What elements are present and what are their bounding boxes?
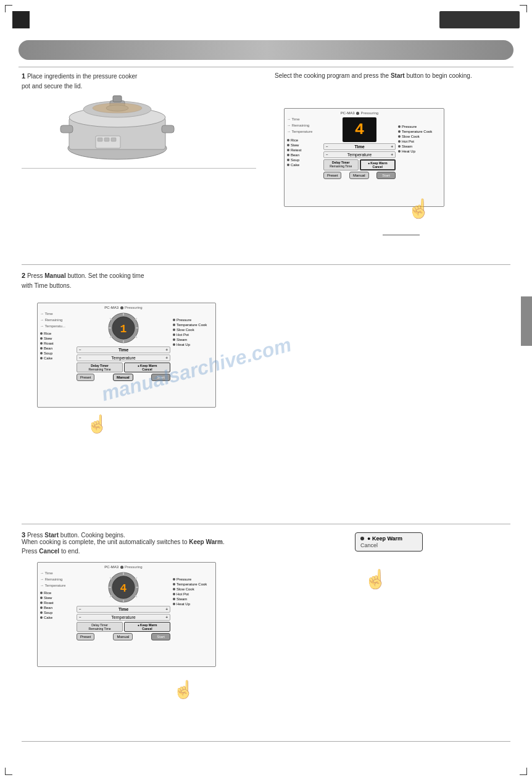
panel-right-labels: Pressure Temperature Cook Slow Cook Hot … xyxy=(398,111,441,204)
svg-rect-5 xyxy=(162,125,174,133)
panel-center-bottom: PC-MA3 Pressuring 4 xyxy=(77,565,170,664)
svg-line-17 xyxy=(135,318,137,320)
cancel-label: Cancel xyxy=(360,542,417,548)
hand-pointer-bottom: ☝ xyxy=(173,679,194,700)
panel-left-labels: → Time → Remaining → Temperature Rice St… xyxy=(287,111,321,204)
keep-warm-btn-2[interactable]: ● Keep Warm Cancel xyxy=(124,363,170,372)
keep-warm-cancel-panel: ● Keep Warm Cancel xyxy=(355,532,423,551)
svg-rect-4 xyxy=(60,125,73,133)
bean-label: Bean xyxy=(287,153,321,157)
delay-timer-btn-2[interactable]: Delay Timer Remaining Time xyxy=(77,363,123,372)
preset-btn-2[interactable]: Preset xyxy=(77,374,94,381)
manual-button[interactable]: Manual xyxy=(349,172,369,179)
section-banner xyxy=(19,40,513,60)
svg-line-21 xyxy=(110,336,112,338)
delay-timer-btn-3[interactable]: Delay Timer Remaining Time xyxy=(77,622,123,632)
pressure-label: Pressure xyxy=(398,125,441,128)
soup-label: Soup xyxy=(287,158,321,162)
step4-description: When cooking is complete, the unit autom… xyxy=(22,537,231,556)
divider-line-bottom xyxy=(22,741,510,742)
start-btn-3[interactable]: Start xyxy=(151,633,170,640)
divider-line-1 xyxy=(19,67,513,67)
step3-heading: 2 Press Manual button. Set the cooking t… xyxy=(22,270,145,290)
svg-point-9 xyxy=(93,103,142,113)
hand-pointer-lower-left: ☝ xyxy=(86,414,108,434)
arrow-to-start xyxy=(383,235,420,235)
keep-warm-title: ● Keep Warm xyxy=(360,535,417,542)
panel-diagram-bottom-left: → Time → Remaining → Temperature Rice St… xyxy=(37,562,216,667)
svg-line-34 xyxy=(110,577,112,579)
keep-warm-btn-3[interactable]: ● Keep Warm Cancel xyxy=(124,622,170,632)
stew-label: Stew xyxy=(287,143,321,147)
svg-rect-13 xyxy=(111,138,116,141)
hand-pointer-keep-warm: ☝ xyxy=(364,568,387,590)
dial-svg: 1 xyxy=(107,312,139,344)
svg-rect-11 xyxy=(98,138,102,141)
delay-keep-row: Delay Timer Remaining Time ● Keep Warm C… xyxy=(323,159,396,170)
hot-pot-label: Hot Pot xyxy=(398,140,441,143)
svg-text:4: 4 xyxy=(120,582,127,595)
cake-label: Cake xyxy=(287,163,321,167)
heat-up-label: Heat Up xyxy=(398,149,441,153)
panel-left-labels-2: → Time → Remaining → Temperatu... Rice S… xyxy=(40,306,74,405)
svg-rect-7 xyxy=(113,96,122,102)
svg-line-23 xyxy=(110,318,112,320)
corner-mark-br xyxy=(520,768,527,775)
svg-line-30 xyxy=(135,595,137,597)
svg-line-28 xyxy=(135,577,137,579)
hand-pointer-top-right: ☝ xyxy=(407,198,430,219)
corner-mark-tl xyxy=(5,5,12,12)
divider-line-3 xyxy=(22,524,510,524)
corner-mark-tr xyxy=(520,5,527,12)
corner-mark-bl xyxy=(5,768,12,775)
svg-rect-12 xyxy=(104,138,109,141)
panel-left-labels-3: → Time → Remaining → Temperature Rice St… xyxy=(40,565,74,664)
keep-warm-btn-panel[interactable]: ● Keep Warm Cancel xyxy=(360,159,396,170)
manual-btn-3[interactable]: Manual xyxy=(113,633,133,640)
time-control-row: −Time+ xyxy=(323,143,396,150)
divider-step1 xyxy=(22,168,256,169)
panel-diagram-lower-left: → Time → Remaining → Temperatu... Rice S… xyxy=(37,303,216,408)
start-button-top[interactable]: Start xyxy=(376,172,396,179)
preset-button[interactable]: Preset xyxy=(323,172,341,179)
dial-svg-bottom: 4 xyxy=(107,571,139,603)
panel-diagram-top-right: → Time → Remaining → Temperature Rice St… xyxy=(284,108,444,207)
slow-cook-label: Slow Cook xyxy=(398,135,441,138)
cooker-illustration-area xyxy=(56,83,179,164)
display-number-top: 4 xyxy=(343,117,376,142)
cooker-svg xyxy=(56,83,179,164)
preset-btn-3[interactable]: Preset xyxy=(77,633,94,640)
manual-btn-2[interactable]: Manual xyxy=(113,374,133,381)
panel-center-display: PC-MA3 Pressuring 4 −Time+ −Temperature+… xyxy=(323,111,396,204)
svg-line-32 xyxy=(110,595,112,597)
dark-bar-decoration xyxy=(439,11,520,28)
panel-right-labels-3: Pressure Temperature Cook Slow Cook Hot … xyxy=(173,565,213,664)
svg-text:1: 1 xyxy=(120,323,127,335)
black-square-decoration xyxy=(12,11,30,28)
divider-line-2 xyxy=(22,264,510,265)
panel-right-labels-2: Pressure Temperature Cook Slow Cook Hot … xyxy=(173,306,213,405)
svg-line-19 xyxy=(135,336,137,338)
step2-description-right: Select the cooking program and press the… xyxy=(275,71,491,80)
temp-control-row: −Temperature+ xyxy=(323,151,396,158)
start-btn-2[interactable]: Start xyxy=(151,374,170,381)
delay-timer-btn[interactable]: Delay Timer Remaining Time xyxy=(323,159,359,170)
preset-manual-row: Preset Manual Start xyxy=(323,172,396,179)
temp-cook-label: Temperature Cook xyxy=(398,130,441,133)
panel-center-lower-left: PC-MA3 Pressuring xyxy=(77,306,170,405)
rice-label: Rice xyxy=(287,138,321,142)
steam-label: Steam xyxy=(398,145,441,148)
retest-label: Retest xyxy=(287,148,321,152)
right-tab xyxy=(521,296,532,346)
